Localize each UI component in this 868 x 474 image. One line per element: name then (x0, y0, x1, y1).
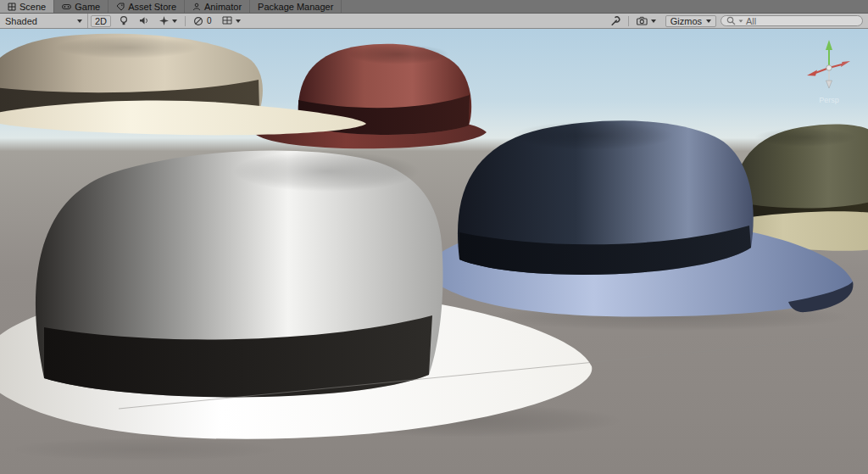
scene-camera-settings-button[interactable] (632, 14, 661, 28)
tab-label: Scene (19, 2, 46, 12)
crown-crease-shadow (233, 151, 420, 192)
hidden-count: 0 (207, 16, 212, 25)
flare-effects-icon (159, 16, 169, 25)
eye-off-icon (193, 16, 203, 26)
scene-search-field[interactable]: All (721, 15, 863, 26)
scene-effects-toggle[interactable] (154, 14, 182, 28)
chevron-down-icon (739, 20, 743, 22)
tab-game[interactable]: Game (54, 0, 108, 13)
grid-icon (222, 16, 232, 25)
search-icon (726, 16, 736, 25)
2d-label: 2D (95, 16, 107, 26)
tab-animator[interactable]: Animator (185, 0, 250, 13)
hat-white-shadow (8, 438, 280, 461)
scene-viewport[interactable]: Persp (0, 29, 868, 474)
chevron-down-icon (236, 20, 241, 23)
hidden-objects-counter[interactable]: 0 (188, 14, 217, 28)
speaker-icon (139, 16, 149, 25)
chevron-down-icon (77, 20, 82, 23)
tab-label: Package Manager (258, 2, 333, 12)
scene-view-toolbar: Shaded 2D 0 (0, 14, 868, 29)
asset-store-tag-icon (116, 3, 125, 11)
wrench-icon (610, 16, 620, 26)
tab-scene[interactable]: Scene (0, 0, 54, 13)
2d-toggle-button[interactable]: 2D (91, 15, 111, 27)
toolbar-right-group: Gizmos All (605, 14, 868, 28)
search-filter-label: All (746, 16, 756, 26)
scene-audio-toggle[interactable] (134, 14, 154, 28)
tab-asset-store[interactable]: Asset Store (108, 0, 185, 13)
crown-crease-shadow (754, 128, 856, 147)
animator-icon (192, 3, 201, 11)
crown-crease-shadow (348, 44, 449, 64)
toolbar-separator (628, 16, 629, 26)
shading-mode-dropdown[interactable]: Shaded (0, 14, 88, 28)
camera-icon (637, 16, 648, 25)
chevron-down-icon (172, 20, 177, 23)
tab-label: Asset Store (128, 2, 176, 12)
gizmos-label: Gizmos (670, 16, 702, 26)
editor-tab-strip: Scene Game Asset Store Animator Package … (0, 0, 868, 14)
tab-label: Animator (204, 2, 242, 12)
chevron-down-icon (706, 20, 711, 23)
scene-grid-icon (8, 3, 16, 11)
scene-lighting-toggle[interactable] (114, 14, 134, 28)
grid-visibility-toggle[interactable] (217, 14, 246, 28)
component-tools-button[interactable] (605, 14, 626, 28)
tab-label: Game (75, 2, 100, 12)
crown-crease-shadow (55, 36, 199, 59)
chevron-down-icon (651, 20, 656, 23)
projection-mode-label[interactable]: Persp (819, 96, 839, 104)
gizmos-dropdown[interactable]: Gizmos (665, 15, 716, 27)
shading-mode-label: Shaded (5, 16, 37, 26)
tab-package-manager[interactable]: Package Manager (250, 0, 342, 13)
light-bulb-icon (119, 15, 129, 26)
crown-crease-shadow (513, 121, 674, 150)
game-controller-icon (62, 3, 71, 11)
gizmo-center-handle[interactable] (826, 65, 832, 70)
toolbar-separator (185, 16, 186, 26)
